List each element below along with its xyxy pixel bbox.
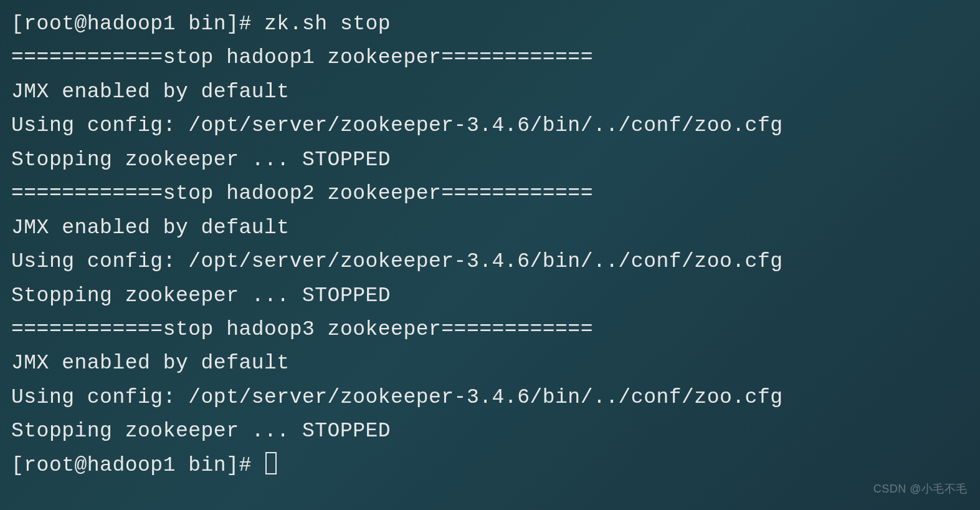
- terminal-line: Using config: /opt/server/zookeeper-3.4.…: [11, 109, 969, 143]
- terminal-output[interactable]: [root@hadoop1 bin]# zk.sh stop =========…: [11, 7, 969, 483]
- terminal-line: Stopping zookeeper ... STOPPED: [11, 279, 969, 313]
- terminal-line: Using config: /opt/server/zookeeper-3.4.…: [11, 245, 969, 279]
- terminal-line: Stopping zookeeper ... STOPPED: [11, 415, 969, 448]
- terminal-line: Using config: /opt/server/zookeeper-3.4.…: [11, 381, 969, 415]
- terminal-line: ============stop hadoop3 zookeeper======…: [11, 313, 969, 347]
- terminal-line: JMX enabled by default: [11, 347, 969, 380]
- terminal-line: [root@hadoop1 bin]# zk.sh stop: [11, 7, 969, 41]
- watermark-text: CSDN @小毛不毛: [873, 480, 968, 499]
- cursor-icon: [265, 452, 277, 474]
- terminal-prompt: [root@hadoop1 bin]#: [11, 454, 264, 477]
- terminal-line: ============stop hadoop2 zookeeper======…: [11, 177, 969, 211]
- terminal-line: JMX enabled by default: [11, 75, 969, 109]
- terminal-line: JMX enabled by default: [11, 211, 969, 245]
- terminal-prompt-line[interactable]: [root@hadoop1 bin]#: [11, 449, 969, 483]
- terminal-line: ============stop hadoop1 zookeeper======…: [11, 41, 969, 75]
- terminal-line: Stopping zookeeper ... STOPPED: [11, 143, 969, 177]
